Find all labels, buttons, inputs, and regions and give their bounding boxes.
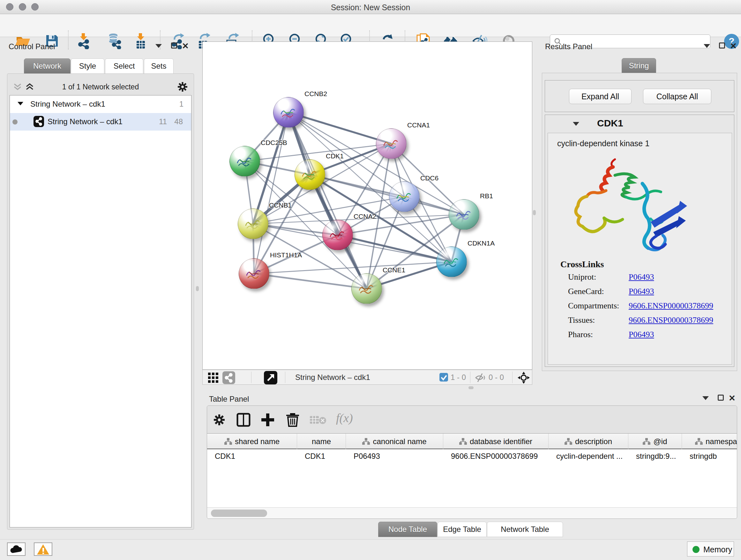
network-state-dot-icon xyxy=(12,119,17,125)
network-canvas[interactable]: CCNB2 CCNA1 CDC25B CDK1 CDC6 xyxy=(202,42,532,370)
column-header--id[interactable]: @id xyxy=(628,434,682,449)
column-header-shared-name[interactable]: shared name xyxy=(207,434,297,449)
column-header-name[interactable]: name xyxy=(297,434,346,449)
memory-button[interactable]: Memory xyxy=(687,542,734,557)
results-panel-close-icon[interactable]: ✕ xyxy=(730,43,737,49)
control-panel-maximize-icon[interactable] xyxy=(171,43,177,49)
network-node-cdc25b[interactable] xyxy=(229,146,260,177)
network-collection-row[interactable]: String Network – cdk1 1 xyxy=(10,96,191,113)
tab-edge-table[interactable]: Edge Table xyxy=(437,522,487,537)
network-edge[interactable] xyxy=(254,112,288,273)
tab-style[interactable]: Style xyxy=(71,58,105,74)
crosslink-link[interactable]: 9606.ENSP00000378699 xyxy=(629,301,713,311)
table-panel-close-icon[interactable]: ✕ xyxy=(729,395,736,401)
import-network-icon[interactable] xyxy=(75,33,92,49)
fit-content-icon[interactable] xyxy=(517,371,530,384)
column-namespace-icon xyxy=(695,438,703,445)
splitter-handle[interactable] xyxy=(533,210,536,215)
column-header-namespace[interactable]: namespace xyxy=(682,434,737,449)
table-panel: f(x) shared namenamecanonical namedataba… xyxy=(207,406,737,519)
status-bar: Memory xyxy=(0,539,741,560)
node-label-ccnb1: CCNB1 xyxy=(269,201,292,209)
table-cell[interactable]: P06493 xyxy=(346,450,443,463)
column-header-canonical-name[interactable]: canonical name xyxy=(346,434,443,449)
protein-thumbnail xyxy=(381,136,402,153)
network-node-rb1[interactable] xyxy=(449,199,479,230)
crosslink-row: GeneCard:P06493 xyxy=(568,287,728,301)
network-edge[interactable] xyxy=(310,175,464,214)
network-node-cdk1[interactable] xyxy=(294,159,325,190)
gear-icon[interactable] xyxy=(177,81,188,92)
table-panel-maximize-icon[interactable] xyxy=(718,395,724,401)
protein-thumbnail xyxy=(300,167,320,185)
network-node-ccne1[interactable] xyxy=(351,273,382,304)
network-node-cdc6[interactable] xyxy=(389,181,420,212)
collection-expand-icon[interactable] xyxy=(17,102,23,105)
function-builder-icon: f(x) xyxy=(336,411,353,425)
control-panel-float-icon[interactable] xyxy=(155,44,162,48)
selected-checkbox-icon[interactable] xyxy=(440,373,448,381)
table-panel-float-icon[interactable] xyxy=(702,396,709,400)
crosslink-link[interactable]: 9606.ENSP00000378699 xyxy=(629,315,713,325)
tab-select[interactable]: Select xyxy=(105,58,143,74)
tab-network-table[interactable]: Network Table xyxy=(487,522,563,537)
grid-view-icon[interactable] xyxy=(207,372,219,383)
results-panel-float-icon[interactable] xyxy=(704,44,710,48)
table-cell[interactable]: 9606.ENSP00000378699 xyxy=(443,450,549,463)
toolbar-separator xyxy=(68,30,69,50)
network-edge[interactable] xyxy=(254,273,367,289)
table-hscrollbar[interactable] xyxy=(207,507,737,519)
crosslink-link[interactable]: P06493 xyxy=(629,330,654,339)
splitter-handle[interactable] xyxy=(468,386,474,389)
node-label-cdk1: CDK1 xyxy=(326,152,344,160)
show-columns-icon[interactable] xyxy=(237,413,251,427)
tab-network[interactable]: Network xyxy=(24,58,71,74)
network-node-ccna1[interactable] xyxy=(376,128,407,159)
node-table[interactable]: shared namenamecanonical namedatabase id… xyxy=(207,433,737,507)
delete-table-icon xyxy=(310,415,327,425)
export-view-icon[interactable] xyxy=(264,371,277,384)
table-cell[interactable]: CDK1 xyxy=(207,450,297,463)
results-panel-maximize-icon[interactable] xyxy=(719,43,725,49)
column-header-description[interactable]: description xyxy=(549,434,628,449)
tab-string[interactable]: String xyxy=(622,58,656,73)
network-edge[interactable] xyxy=(288,112,367,289)
expand-all-button[interactable]: Expand All xyxy=(569,89,631,104)
import-network-database-icon[interactable] xyxy=(106,33,123,49)
warning-button[interactable] xyxy=(34,543,52,556)
network-row-selected[interactable]: String Network – cdk1 11 48 xyxy=(10,113,191,131)
table-hscrollbar-thumb[interactable] xyxy=(211,509,267,517)
table-gear-icon[interactable] xyxy=(213,414,226,426)
string-entry-cdk1: CDK1 cyclin-dependent kinase 1 xyxy=(545,115,734,367)
column-namespace-icon xyxy=(459,438,467,445)
network-node-ccna2[interactable] xyxy=(322,220,353,250)
table-row[interactable]: CDK1CDK1P064939606.ENSP00000378699cyclin… xyxy=(207,450,737,463)
network-node-ccnb2[interactable] xyxy=(273,97,304,128)
crosslink-link[interactable]: P06493 xyxy=(629,272,654,282)
network-birdseye-icon[interactable] xyxy=(222,371,235,384)
collapse-all-button[interactable]: Collapse All xyxy=(643,89,711,104)
network-node-cdkn1a[interactable] xyxy=(436,246,467,277)
network-node-hist1h1a[interactable] xyxy=(239,258,269,289)
delete-column-icon[interactable] xyxy=(286,412,300,427)
table-cell[interactable]: CDK1 xyxy=(297,450,346,463)
entry-collapse-icon[interactable] xyxy=(573,122,579,126)
table-cell[interactable]: cyclin-dependent ... xyxy=(549,450,628,463)
table-cell[interactable]: stringdb:9... xyxy=(628,450,682,463)
table-cell[interactable]: stringdb xyxy=(682,450,737,463)
splitter-handle[interactable] xyxy=(196,286,199,291)
crosslink-row: Tissues:9606.ENSP00000378699 xyxy=(568,315,728,330)
network-edge[interactable] xyxy=(288,112,391,144)
crosslink-link[interactable]: P06493 xyxy=(629,287,654,296)
control-panel-close-icon[interactable]: ✕ xyxy=(182,43,189,49)
network-node-ccnb1[interactable] xyxy=(238,208,268,239)
tab-node-table[interactable]: Node Table xyxy=(378,522,437,537)
cloud-button[interactable] xyxy=(7,543,25,556)
create-column-icon[interactable] xyxy=(261,413,275,427)
separator xyxy=(512,372,513,383)
hidden-counts: 0 - 0 xyxy=(488,373,504,382)
tab-sets[interactable]: Sets xyxy=(144,58,174,74)
column-header-database-identifier[interactable]: database identifier xyxy=(443,434,549,449)
import-table-icon[interactable] xyxy=(132,33,149,49)
crosslink-label: Compartments: xyxy=(568,301,619,310)
